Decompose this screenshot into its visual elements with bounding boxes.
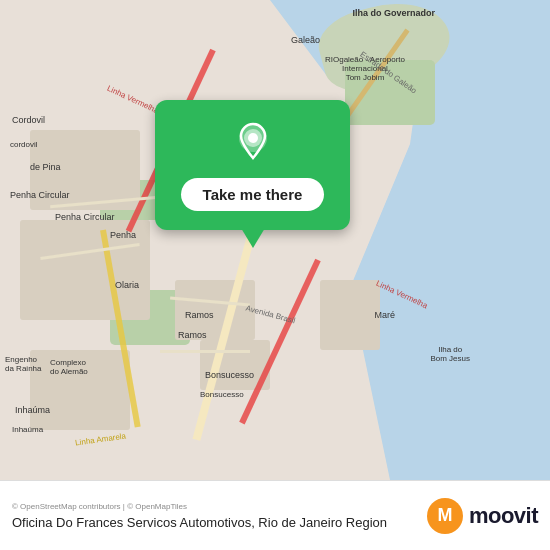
location-pin-icon (231, 120, 275, 164)
moovit-text: moovit (469, 503, 538, 529)
moovit-logo: M moovit (427, 498, 538, 534)
urban-south-left (30, 350, 130, 430)
map-container[interactable]: Ilha do Governador Galeão RIOgaleão - Ae… (0, 0, 550, 480)
urban-center (175, 280, 255, 340)
take-me-there-button[interactable]: Take me there (181, 178, 325, 211)
map-background: Ilha do Governador Galeão RIOgaleão - Ae… (0, 0, 550, 480)
moovit-icon: M (427, 498, 463, 534)
bottom-text-block: © OpenStreetMap contributors | © OpenMap… (12, 502, 427, 530)
urban-mare (320, 280, 380, 350)
urban-southwest (20, 220, 150, 320)
bottom-bar: © OpenStreetMap contributors | © OpenMap… (0, 480, 550, 550)
popup-card: Take me there (155, 100, 350, 230)
attribution-text: © OpenStreetMap contributors | © OpenMap… (12, 502, 427, 511)
airport-area (345, 60, 435, 125)
label-cordovil: Cordovil (12, 115, 45, 125)
small-road-4 (160, 350, 250, 353)
label-linha-vermelha: Linha Vermelha (106, 84, 160, 116)
place-name: Oficina Do Frances Servicos Automotivos,… (12, 515, 427, 530)
svg-point-2 (248, 133, 258, 143)
label-linha-amarela: Linha Amarela (75, 431, 127, 447)
popup-container: Take me there (155, 100, 350, 230)
